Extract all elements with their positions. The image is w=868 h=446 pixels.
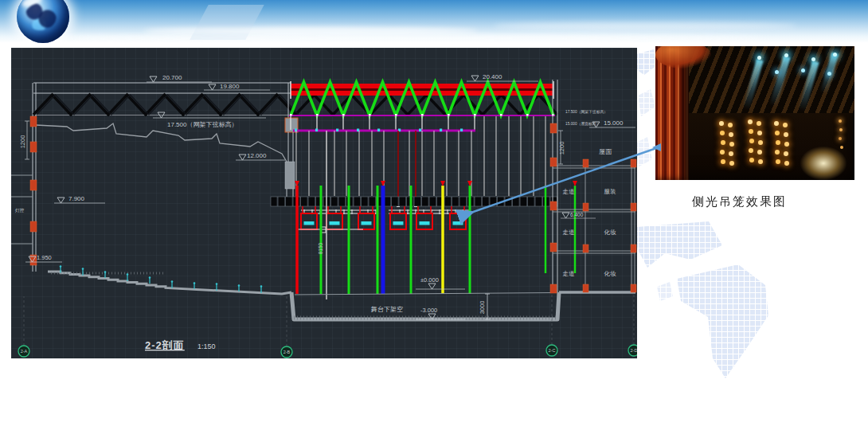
note-label: 15.000（屋面标高） xyxy=(565,121,600,127)
red-hanger-lines xyxy=(398,131,416,204)
elevation-label: 17.500（网架下弦标高） xyxy=(167,121,237,128)
note-label: 17.500（网架下弦标高） xyxy=(565,109,608,115)
dimension-label: 6.400 xyxy=(570,212,584,217)
catwalk-band xyxy=(271,197,557,206)
room-label: 化妆 xyxy=(604,270,617,277)
section-scale: 1:150 xyxy=(197,342,216,350)
room-label: 服装 xyxy=(604,188,617,195)
stage-pit xyxy=(291,292,635,319)
photo-sidelight-tower xyxy=(748,119,753,124)
presentation-slide: 20.700 19.800 17.500（网架下弦标高） 20.400 12.0… xyxy=(0,0,868,446)
photo-blue-spotlights xyxy=(757,56,761,60)
room-label: 舞台下架空 xyxy=(370,306,403,313)
effect-photo xyxy=(655,46,854,180)
cad-section-drawing: 20.700 19.800 17.500（网架下弦标高） 20.400 12.0… xyxy=(11,48,637,358)
room-label: 化妆 xyxy=(604,229,617,236)
elevation-label: -3.000 xyxy=(420,307,437,314)
photo-bright-spot xyxy=(800,147,846,180)
elevation-label: 20.700 xyxy=(162,74,182,81)
room-label: 屋面 xyxy=(599,148,612,155)
lineset-lines xyxy=(295,131,577,299)
photo-sidelight-tower xyxy=(719,121,724,126)
header-sky-band xyxy=(0,0,868,43)
dimension-label: 3000 xyxy=(479,301,486,315)
elevation-label: 12.000 xyxy=(247,152,267,159)
section-title: 2-2剖面 xyxy=(145,339,185,351)
grid-bubble-label: 2-C xyxy=(549,348,556,353)
elevation-label: 20.400 xyxy=(483,73,502,80)
hanger-lines xyxy=(296,116,545,196)
room-labels: 屋面 走道 服装 走道 化妆 走道 化妆 灯控 舞台下架空 xyxy=(15,148,616,313)
room-label: 灯控 xyxy=(15,208,25,213)
dimension-label: 8150 xyxy=(318,242,323,254)
elevation-label: 7.900 xyxy=(68,195,85,202)
room-label: 走道 xyxy=(563,229,576,236)
audience-rake xyxy=(48,272,291,294)
grid-bubble-label: 2-B xyxy=(283,350,291,354)
cloud-streak xyxy=(494,22,796,29)
photo-caption: 侧光吊笼效果图 xyxy=(692,194,867,209)
elevation-label: ±0.000 xyxy=(420,276,439,284)
grid-bubble-label: 2-D xyxy=(631,348,637,353)
elevation-label: 1.950 xyxy=(37,254,52,261)
cloud-streak xyxy=(48,35,764,41)
room-label: 走道 xyxy=(563,188,576,195)
photo-right-tower-lights xyxy=(839,119,842,123)
cloud-streak xyxy=(143,27,478,35)
grid-bubble-label: 2-A xyxy=(21,349,28,354)
photo-sidelight-tower xyxy=(774,121,779,126)
dimension-label: 1200 xyxy=(558,142,565,155)
grid-bubbles: 2-A 2-B 2-C 2-D xyxy=(18,294,637,358)
elevation-label: 15.000 xyxy=(604,119,624,127)
lineset-arrow-tips xyxy=(295,181,577,186)
room-label: 走道 xyxy=(563,270,576,277)
seat-posts xyxy=(60,265,263,293)
elevation-label: 19.800 xyxy=(220,83,240,90)
section-title-group: 2-2剖面 1:150 xyxy=(145,339,216,351)
dimension-label: 1200 xyxy=(19,135,26,149)
fly-system xyxy=(291,116,545,207)
